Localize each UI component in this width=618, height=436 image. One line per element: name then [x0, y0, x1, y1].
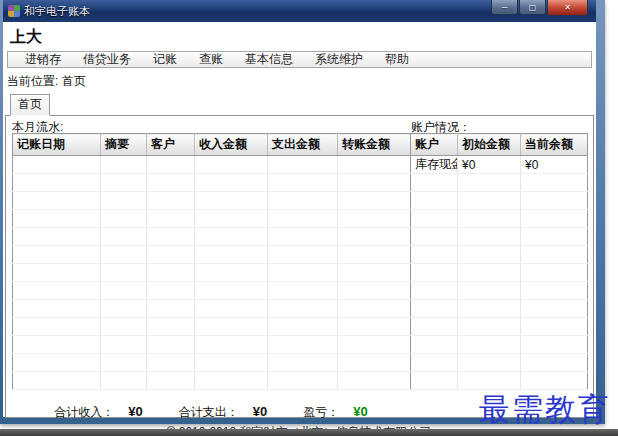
table-cell: [13, 372, 101, 390]
table-cell: [13, 318, 101, 336]
menu-item[interactable]: 帮助: [374, 51, 420, 68]
accounts-table: 账户初始金额当前余额 库存现金¥0¥0: [410, 133, 588, 390]
close-button[interactable]: ✕: [547, 0, 588, 16]
table-row: [411, 264, 588, 282]
table-cell: [338, 354, 411, 372]
table-cell: [195, 156, 268, 174]
table-cell: [411, 354, 458, 372]
table-cell: [13, 300, 101, 318]
table-row: [411, 282, 588, 300]
table-cell: [101, 354, 147, 372]
table-cell: [147, 156, 195, 174]
table-cell: [458, 264, 521, 282]
table-cell: [195, 300, 268, 318]
table-row: [411, 174, 588, 192]
column-header[interactable]: 摘要: [101, 134, 147, 156]
table-cell: [195, 318, 268, 336]
menu-item[interactable]: 查账: [188, 51, 234, 68]
table-row: [13, 192, 411, 210]
table-cell: [268, 192, 338, 210]
table-cell: [458, 372, 521, 390]
table-row: [13, 174, 411, 192]
table-cell: [195, 228, 268, 246]
table-cell: [338, 210, 411, 228]
table-cell: [101, 372, 147, 390]
menu-item[interactable]: 基本信息: [234, 51, 304, 68]
table-cell: [268, 372, 338, 390]
table-cell: [195, 210, 268, 228]
table-row: [13, 228, 411, 246]
profit-value: ¥0: [353, 404, 367, 419]
column-header[interactable]: 转账金额: [338, 134, 411, 156]
table-row: [411, 318, 588, 336]
table-cell: [268, 282, 338, 300]
table-cell: [411, 336, 458, 354]
column-header[interactable]: 客户: [147, 134, 195, 156]
table-cell: [101, 264, 147, 282]
menu-item[interactable]: 记账: [142, 51, 188, 68]
menu-item[interactable]: 借贷业务: [72, 51, 142, 68]
table-cell: [521, 282, 588, 300]
table-cell: [521, 192, 588, 210]
table-cell: [101, 192, 147, 210]
table-cell: [458, 336, 521, 354]
table-cell: [13, 354, 101, 372]
table-cell: [338, 192, 411, 210]
table-cell: [101, 318, 147, 336]
table-cell: [458, 354, 521, 372]
total-income-value: ¥0: [128, 404, 142, 419]
column-header[interactable]: 记账日期: [13, 134, 101, 156]
column-header[interactable]: 支出金额: [268, 134, 338, 156]
table-cell: [13, 282, 101, 300]
table-cell: [195, 192, 268, 210]
table-cell: [268, 246, 338, 264]
table-cell: [521, 300, 588, 318]
table-cell: [338, 282, 411, 300]
table-cell: [13, 174, 101, 192]
table-cell: [195, 282, 268, 300]
table-cell: [101, 300, 147, 318]
table-cell: [411, 192, 458, 210]
table-cell: [101, 336, 147, 354]
table-cell: [13, 336, 101, 354]
minimize-button[interactable]: ─: [491, 0, 518, 15]
table-cell: [147, 210, 195, 228]
column-header[interactable]: 初始金额: [458, 134, 521, 156]
totals-row: 合计收入：¥0 合计支出：¥0 盈亏：¥0: [6, 404, 416, 421]
table-row: [411, 246, 588, 264]
table-cell: [101, 156, 147, 174]
table-cell: [101, 228, 147, 246]
table-row: [411, 354, 588, 372]
table-cell: [521, 336, 588, 354]
table-cell: [195, 246, 268, 264]
column-header[interactable]: 当前余额: [521, 134, 588, 156]
table-cell: [195, 264, 268, 282]
column-header[interactable]: 账户: [411, 134, 458, 156]
table-cell: [338, 372, 411, 390]
table-cell: [147, 246, 195, 264]
table-row: 库存现金¥0¥0: [411, 156, 588, 174]
table-cell: [411, 174, 458, 192]
table-cell: [101, 174, 147, 192]
table-cell: [338, 318, 411, 336]
table-row: [411, 336, 588, 354]
table-cell: [268, 318, 338, 336]
table-row: [13, 336, 411, 354]
table-row: [13, 246, 411, 264]
column-header[interactable]: 收入金额: [195, 134, 268, 156]
table-cell: [268, 210, 338, 228]
maximize-button[interactable]: ▢: [519, 0, 546, 15]
table-cell: [13, 210, 101, 228]
tab-home[interactable]: 首页: [10, 94, 50, 116]
titlebar[interactable]: 和宇电子账本 ─ ▢ ✕: [3, 0, 596, 22]
table-cell: [411, 246, 458, 264]
table-cell: [147, 300, 195, 318]
menu-item[interactable]: 系统维护: [304, 51, 374, 68]
table-row: [13, 264, 411, 282]
menu-item[interactable]: 进销存: [14, 51, 72, 68]
table-row: [411, 372, 588, 390]
table-cell: [521, 354, 588, 372]
table-cell: [338, 336, 411, 354]
table-cell: [147, 264, 195, 282]
page-title: 上大: [3, 22, 596, 51]
